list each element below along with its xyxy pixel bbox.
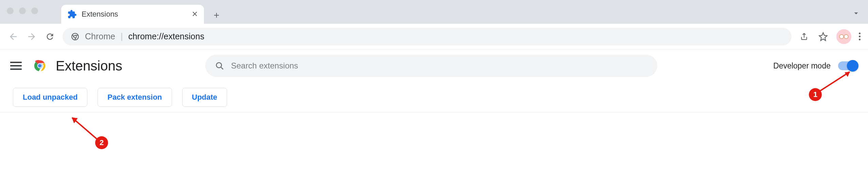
nav-reload-button[interactable] <box>44 31 56 42</box>
browser-menu-button[interactable] <box>859 33 861 40</box>
share-icon <box>800 32 809 41</box>
omnibox-separator: | <box>121 32 123 41</box>
chrome-logo-icon <box>32 58 48 74</box>
avatar-glasses-icon <box>839 33 849 40</box>
tab-title: Extensions <box>82 10 187 19</box>
developer-mode-label: Developer mode <box>773 61 831 71</box>
browser-tab-active[interactable]: Extensions ✕ <box>61 5 204 24</box>
developer-mode-toggle[interactable] <box>838 61 858 70</box>
plus-icon <box>212 11 221 19</box>
bookmark-button[interactable] <box>817 31 829 42</box>
update-button[interactable]: Update <box>182 88 227 107</box>
dot-icon <box>859 39 861 40</box>
dot-icon <box>859 33 861 34</box>
pack-extension-button[interactable]: Pack extension <box>98 88 172 107</box>
star-icon <box>818 32 828 41</box>
svg-marker-13 <box>72 118 77 123</box>
traffic-light-minimize[interactable] <box>19 7 26 14</box>
svg-point-3 <box>844 35 848 39</box>
extensions-action-row: Load unpacked Pack extension Update <box>0 82 868 113</box>
svg-line-12 <box>72 118 97 139</box>
tabs-dropdown-button[interactable] <box>852 9 861 18</box>
search-input[interactable] <box>231 61 648 71</box>
omnibox-url: chrome://extensions <box>128 32 204 41</box>
svg-point-8 <box>216 63 221 68</box>
traffic-light-close[interactable] <box>7 7 14 14</box>
reload-icon <box>45 32 55 41</box>
omnibox-scheme: Chrome <box>85 32 115 41</box>
toggle-knob <box>847 60 858 72</box>
load-unpacked-button[interactable]: Load unpacked <box>13 88 87 107</box>
share-button[interactable] <box>798 31 810 42</box>
nav-forward-button[interactable] <box>26 31 37 42</box>
extension-puzzle-icon <box>67 9 77 19</box>
arrow-right-icon <box>27 32 37 42</box>
traffic-light-zoom[interactable] <box>31 7 38 14</box>
toolbar-right-actions <box>798 29 861 44</box>
extensions-header: Extensions Developer mode <box>0 49 868 82</box>
address-bar[interactable]: Chrome | chrome://extensions <box>63 28 792 45</box>
annotation-arrow-2 <box>68 114 105 144</box>
chevron-down-icon <box>852 9 861 18</box>
page-title: Extensions <box>56 58 122 74</box>
search-icon <box>215 61 224 71</box>
svg-line-9 <box>221 67 223 69</box>
browser-toolbar: Chrome | chrome://extensions <box>0 24 868 49</box>
profile-avatar[interactable] <box>836 29 851 44</box>
svg-point-7 <box>38 64 42 68</box>
developer-mode-control: Developer mode <box>773 61 858 71</box>
window-traffic-lights <box>7 7 38 14</box>
dot-icon <box>859 36 861 37</box>
menu-button[interactable] <box>10 59 24 73</box>
search-extensions-field[interactable] <box>205 55 657 77</box>
browser-tab-strip: Extensions ✕ <box>0 0 868 24</box>
tab-close-icon[interactable]: ✕ <box>192 10 198 19</box>
arrow-left-icon <box>8 32 18 42</box>
svg-point-2 <box>839 35 844 39</box>
annotation-badge-2: 2 <box>95 136 108 149</box>
nav-back-button[interactable] <box>7 31 19 42</box>
chrome-icon <box>71 32 80 41</box>
new-tab-button[interactable] <box>208 7 225 24</box>
